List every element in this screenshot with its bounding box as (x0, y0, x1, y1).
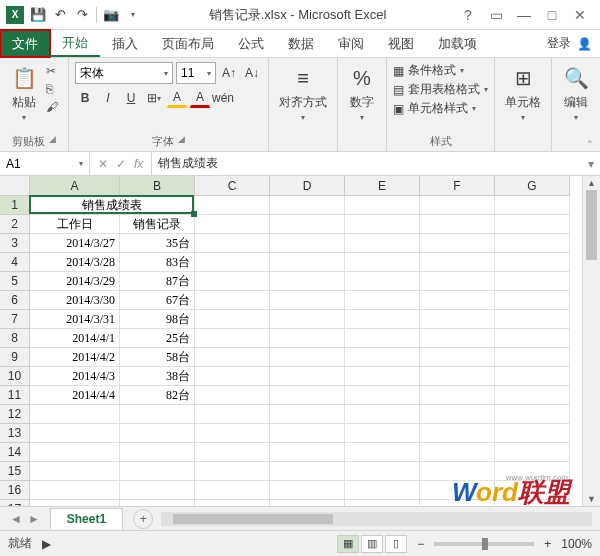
font-name-combo[interactable]: 宋体▾ (75, 62, 173, 84)
cell[interactable] (420, 329, 495, 348)
cell[interactable] (195, 310, 270, 329)
sheet-nav-next-icon[interactable]: ► (28, 512, 40, 526)
cell[interactable] (270, 367, 345, 386)
cell[interactable] (195, 291, 270, 310)
cells-area[interactable]: 销售成绩表工作日销售记录2014/3/2735台2014/3/2883台2014… (30, 196, 570, 506)
cell[interactable]: 83台 (120, 253, 195, 272)
cell[interactable] (495, 310, 570, 329)
column-header[interactable]: G (495, 176, 570, 196)
bold-button[interactable]: B (75, 88, 95, 108)
cell[interactable] (495, 462, 570, 481)
ribbon-options-button[interactable]: ▭ (486, 7, 506, 23)
cell[interactable] (30, 500, 120, 506)
cell[interactable] (495, 329, 570, 348)
vscroll-thumb[interactable] (586, 190, 597, 260)
cell[interactable] (195, 386, 270, 405)
cell[interactable]: 销售记录 (120, 215, 195, 234)
tab-formulas[interactable]: 公式 (226, 30, 276, 57)
cell[interactable]: 2014/3/27 (30, 234, 120, 253)
cell[interactable] (345, 348, 420, 367)
cell[interactable] (195, 329, 270, 348)
column-header[interactable]: A (30, 176, 120, 196)
tab-data[interactable]: 数据 (276, 30, 326, 57)
cell[interactable] (195, 272, 270, 291)
cell[interactable] (420, 443, 495, 462)
scroll-up-icon[interactable]: ▲ (583, 178, 600, 188)
cell-styles-button[interactable]: ▣单元格样式 ▾ (393, 100, 488, 117)
cell[interactable] (120, 443, 195, 462)
row-header[interactable]: 15 (0, 462, 30, 481)
cell[interactable]: 2014/4/3 (30, 367, 120, 386)
cell[interactable] (345, 386, 420, 405)
cell[interactable] (270, 386, 345, 405)
zoom-out-button[interactable]: − (417, 537, 424, 551)
cell[interactable] (195, 215, 270, 234)
row-header[interactable]: 7 (0, 310, 30, 329)
clipboard-launcher-icon[interactable]: ◢ (49, 134, 56, 149)
cell[interactable] (495, 348, 570, 367)
row-header[interactable]: 1 (0, 196, 30, 215)
view-pagebreak-button[interactable]: ▯ (385, 535, 407, 553)
tab-insert[interactable]: 插入 (100, 30, 150, 57)
horizontal-scrollbar[interactable] (161, 512, 592, 526)
number-button[interactable]: % 数字 ▾ (344, 62, 380, 124)
cell[interactable] (120, 424, 195, 443)
cell[interactable] (120, 405, 195, 424)
font-color-button[interactable]: A (190, 88, 210, 108)
cell[interactable] (270, 462, 345, 481)
cell[interactable] (30, 462, 120, 481)
zoom-level[interactable]: 100% (561, 537, 592, 551)
decrease-font-icon[interactable]: A↓ (242, 63, 262, 83)
cell[interactable] (270, 405, 345, 424)
cell[interactable] (495, 291, 570, 310)
cell[interactable]: 2014/3/28 (30, 253, 120, 272)
undo-icon[interactable]: ↶ (52, 7, 68, 23)
cell[interactable]: 87台 (120, 272, 195, 291)
cell[interactable]: 销售成绩表 (30, 196, 195, 215)
cell[interactable] (195, 443, 270, 462)
macro-record-icon[interactable]: ▶ (42, 537, 51, 551)
cell[interactable] (195, 424, 270, 443)
cell[interactable]: 2014/3/29 (30, 272, 120, 291)
cell[interactable] (495, 443, 570, 462)
cell[interactable]: 98台 (120, 310, 195, 329)
tab-addins[interactable]: 加载项 (426, 30, 489, 57)
ribbon-collapse-icon[interactable]: ⌃ (586, 139, 594, 149)
cell[interactable] (270, 424, 345, 443)
cell[interactable] (30, 405, 120, 424)
user-icon[interactable]: 👤 (577, 37, 592, 51)
cell[interactable] (270, 253, 345, 272)
font-launcher-icon[interactable]: ◢ (178, 134, 185, 149)
underline-button[interactable]: U (121, 88, 141, 108)
conditional-format-button[interactable]: ▦条件格式 ▾ (393, 62, 488, 79)
cell[interactable] (420, 424, 495, 443)
cell[interactable]: 2014/3/30 (30, 291, 120, 310)
login-link[interactable]: 登录 (547, 35, 571, 52)
cell[interactable] (270, 348, 345, 367)
cell[interactable] (345, 291, 420, 310)
cancel-icon[interactable]: ✕ (98, 157, 108, 171)
tab-home[interactable]: 开始 (50, 30, 100, 57)
cell[interactable] (270, 215, 345, 234)
scroll-down-icon[interactable]: ▼ (583, 494, 600, 504)
sheet-tab[interactable]: Sheet1 (50, 508, 123, 529)
cell[interactable] (495, 367, 570, 386)
cell[interactable] (195, 481, 270, 500)
cell[interactable] (30, 481, 120, 500)
cell[interactable] (420, 310, 495, 329)
border-button[interactable]: ⊞▾ (144, 88, 164, 108)
cell[interactable] (495, 234, 570, 253)
column-header[interactable]: D (270, 176, 345, 196)
cell[interactable] (345, 234, 420, 253)
cell[interactable]: 25台 (120, 329, 195, 348)
cell[interactable] (195, 405, 270, 424)
row-header[interactable]: 2 (0, 215, 30, 234)
column-header[interactable]: C (195, 176, 270, 196)
cell[interactable] (30, 424, 120, 443)
cell[interactable]: 67台 (120, 291, 195, 310)
cell[interactable] (495, 424, 570, 443)
cell[interactable] (420, 272, 495, 291)
cell[interactable] (345, 196, 420, 215)
row-header[interactable]: 3 (0, 234, 30, 253)
cell[interactable] (420, 367, 495, 386)
